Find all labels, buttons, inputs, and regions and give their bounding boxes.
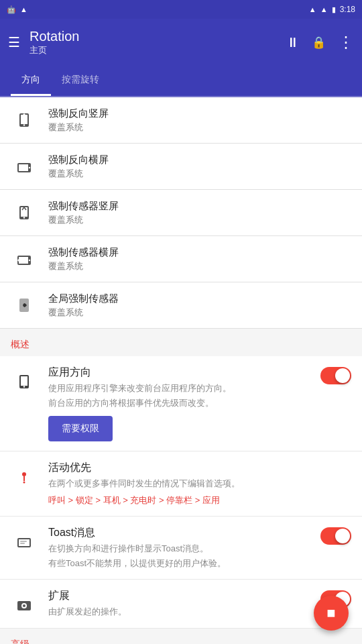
tab-direction[interactable]: 方向 — [11, 66, 51, 96]
item-icon-reverse-portrait — [11, 107, 38, 133]
time-display: 3:18 — [340, 5, 355, 14]
svg-rect-22 — [20, 543, 25, 544]
tab-gesture-rotation[interactable]: 按需旋转 — [51, 66, 110, 96]
svg-point-18 — [23, 482, 25, 484]
app-bar-actions: ⏸ 🔒 ⋮ — [286, 33, 354, 52]
fab-icon: ■ — [326, 604, 335, 622]
settings-item-extension[interactable]: 扩展 由扩展发起的操作。 — [0, 580, 362, 629]
permission-button[interactable]: 需要权限 — [48, 416, 113, 441]
section-header-advanced: 高级 — [0, 629, 362, 644]
svg-rect-14 — [21, 376, 27, 386]
notification-icon: ▲ — [20, 5, 27, 13]
status-bar-right: ▲ ▲ ▮ 3:18 — [309, 5, 355, 14]
pause-button[interactable]: ⏸ — [286, 35, 300, 50]
toggle-app-direction[interactable] — [320, 367, 351, 384]
svg-rect-10 — [19, 257, 28, 264]
svg-rect-17 — [23, 476, 25, 481]
battery-icon: ▮ — [332, 5, 336, 14]
svg-point-25 — [23, 604, 25, 607]
settings-item-app-direction[interactable]: 应用方向 使用应用程序引擎来改变前台应用程序的方向。 前台应用的方向将根据事件优… — [0, 356, 362, 451]
android-icon: 🤖 — [7, 5, 16, 14]
app-title: Rotation — [29, 29, 80, 44]
svg-point-16 — [22, 472, 26, 476]
app-bar-left: ☰ Rotation 主页 — [8, 29, 80, 56]
list-item[interactable]: 强制传感器竖屏 覆盖系统 — [0, 190, 362, 236]
svg-rect-21 — [20, 541, 27, 542]
app-direction-body: 应用方向 使用应用程序引擎来改变前台应用程序的方向。 前台应用的方向将根据事件优… — [48, 366, 312, 441]
item-text-global-sensor: 全局强制传感器 覆盖系统 — [48, 292, 351, 319]
svg-point-11 — [29, 260, 30, 261]
activity-priority-icon — [11, 464, 38, 490]
settings-item-activity-priority[interactable]: 活动优先 在两个或更多事件同时发生的情况下编辑首选项。 呼叫 > 锁定 > 耳机… — [0, 451, 362, 516]
app-direction-toggle[interactable] — [320, 367, 351, 384]
activity-priority-body: 活动优先 在两个或更多事件同时发生的情况下编辑首选项。 呼叫 > 锁定 > 耳机… — [48, 461, 351, 506]
svg-rect-7 — [21, 207, 27, 217]
svg-point-2 — [23, 124, 25, 125]
item-text-reverse-portrait: 强制反向竖屏 覆盖系统 — [48, 107, 351, 133]
item-icon-sensor-portrait — [11, 199, 38, 226]
extension-body: 扩展 由扩展发起的操作。 — [48, 589, 312, 618]
toast-body: Toast消息 在切换方向和进行操作时显示Toast消息。 有些Toast不能禁… — [48, 526, 312, 570]
priority-links[interactable]: 呼叫 > 锁定 > 耳机 > 充电时 > 停靠栏 > 应用 — [48, 494, 351, 506]
list-item[interactable]: 强制反向竖屏 覆盖系统 — [0, 97, 362, 144]
app-bar: ☰ Rotation 主页 ⏸ 🔒 ⋮ — [0, 19, 362, 66]
app-subtitle: 主页 — [29, 44, 80, 56]
status-bar-left: 🤖 ▲ — [7, 5, 27, 14]
app-direction-icon — [11, 368, 38, 395]
svg-point-8 — [23, 217, 25, 218]
section-header-overview: 概述 — [0, 329, 362, 356]
toast-icon — [11, 529, 38, 555]
item-icon-sensor-landscape — [11, 246, 38, 272]
item-text-reverse-landscape: 强制反向横屏 覆盖系统 — [48, 154, 351, 180]
more-options-button[interactable]: ⋮ — [338, 33, 354, 52]
svg-point-15 — [23, 386, 25, 387]
list-item[interactable]: 全局强制传感器 覆盖系统 — [0, 282, 362, 329]
app-bar-title: Rotation 主页 — [29, 29, 80, 56]
wifi-icon: ▲ — [309, 5, 316, 13]
extension-icon — [11, 592, 38, 619]
svg-rect-4 — [19, 164, 28, 171]
content-area: 强制反向竖屏 覆盖系统 强制反向横屏 覆盖系统 — [0, 97, 362, 644]
item-text-sensor-landscape: 强制传感器横屏 覆盖系统 — [48, 246, 351, 272]
item-icon-reverse-landscape — [11, 153, 38, 180]
settings-item-toast[interactable]: Toast消息 在切换方向和进行操作时显示Toast消息。 有些Toast不能禁… — [0, 517, 362, 580]
status-bar: 🤖 ▲ ▲ ▲ ▮ 3:18 — [0, 0, 362, 19]
list-item[interactable]: 强制传感器横屏 覆盖系统 — [0, 236, 362, 282]
list-item[interactable]: 强制反向横屏 覆盖系统 — [0, 144, 362, 190]
toggle-toast[interactable] — [320, 527, 351, 545]
fab-button[interactable]: ■ — [314, 596, 349, 631]
lock-button[interactable]: 🔒 — [312, 36, 326, 50]
menu-icon[interactable]: ☰ — [8, 34, 20, 50]
signal-icon: ▲ — [320, 5, 328, 13]
item-icon-global-sensor — [11, 292, 38, 319]
svg-point-5 — [29, 167, 30, 168]
toast-toggle[interactable] — [320, 527, 351, 545]
tab-bar: 方向 按需旋转 — [0, 66, 362, 97]
item-text-sensor-portrait: 强制传感器竖屏 覆盖系统 — [48, 200, 351, 226]
svg-rect-1 — [21, 115, 27, 124]
